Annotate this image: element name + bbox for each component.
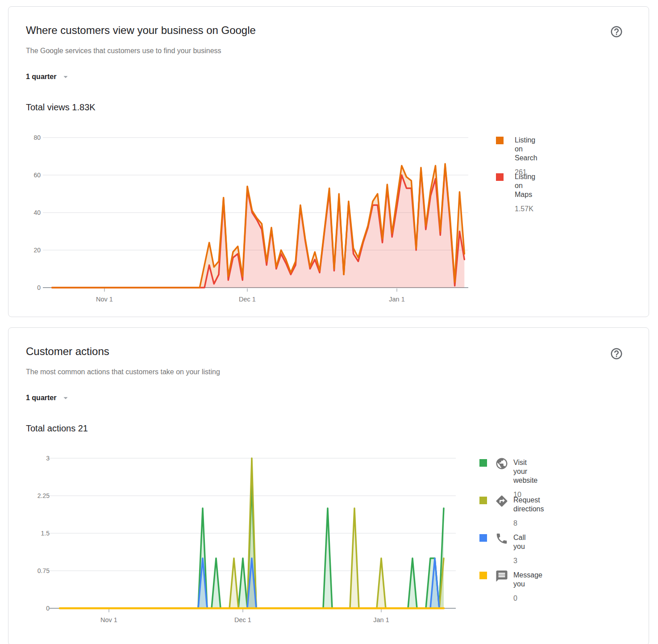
legend-value: 3 [513,556,526,565]
y-axis-label: 1.5 [41,530,50,537]
chevron-down-icon [61,393,71,403]
y-axis-label: 40 [33,209,41,216]
legend-item-listing-on-search: Listing on Search261 [496,136,537,177]
legend-value: 1.57K [515,205,535,213]
legend-item-visit-your-website: Visit your website10 [479,458,537,499]
legend-value: 0 [513,594,542,603]
legend-label: Message you [513,571,542,589]
legend-label: Listing on Maps [515,172,535,199]
y-axis-label: 2.25 [37,492,50,499]
legend-label: Listing on Search [515,136,537,163]
y-axis-label: 80 [33,134,41,141]
period-label: 1 quarter [26,73,56,81]
page-title: Customer actions [26,345,109,358]
legend-item-call-you: Call you3 [479,533,526,565]
help-icon[interactable] [610,347,624,361]
period-label: 1 quarter [26,394,56,402]
total-views-label: Total views 1.83K [26,101,96,113]
legend-item-message-you: Message you0 [479,571,542,603]
directions-icon [495,494,508,508]
views-card: Where customers view your business on Go… [8,6,649,317]
views-chart: 020406080Nov 1Dec 1Jan 1 [18,130,474,309]
card-subtitle: The most common actions that customers t… [26,367,220,377]
legend-color-swatch [496,137,504,144]
x-axis-label: Nov 1 [100,616,117,623]
card-subtitle: The Google services that customers use t… [26,46,221,56]
y-axis-label: 0 [37,284,41,291]
y-axis-label: 60 [33,171,41,179]
actions-card: Customer actions The most common actions… [8,327,649,644]
legend-label: Call you [513,533,526,551]
x-axis-label: Jan 1 [389,296,404,303]
legend-color-swatch [496,173,504,181]
help-icon[interactable] [610,25,624,39]
legend-label: Request directions [513,496,544,514]
period-dropdown[interactable]: 1 quarter [26,72,71,82]
y-axis-label: 3 [46,455,50,462]
y-axis-label: 20 [33,247,41,254]
x-axis-label: Dec 1 [234,616,251,623]
chat-icon [495,569,508,583]
legend-color-swatch [479,459,487,467]
actions-chart: 00.751.52.253Nov 1Dec 1Jan 1 [18,452,474,630]
phone-icon [495,532,508,545]
legend-label: Visit your website [513,458,537,485]
chevron-down-icon [61,72,71,82]
legend-color-swatch [479,497,487,504]
legend-value: 8 [513,519,544,528]
globe-icon [495,457,508,470]
legend-color-swatch [479,534,487,542]
legend-color-swatch [479,572,487,579]
x-axis-label: Nov 1 [96,296,113,303]
page-title: Where customers view your business on Go… [26,24,256,37]
x-axis-label: Jan 1 [373,616,389,623]
y-axis-label: 0.75 [37,567,50,574]
legend-item-listing-on-maps: Listing on Maps1.57K [496,172,535,213]
legend-item-request-directions: Request directions8 [479,496,544,528]
total-actions-label: Total actions 21 [26,422,88,434]
x-axis-label: Dec 1 [239,296,256,303]
series-listing-on-maps-area [52,166,465,288]
period-dropdown[interactable]: 1 quarter [26,393,71,403]
